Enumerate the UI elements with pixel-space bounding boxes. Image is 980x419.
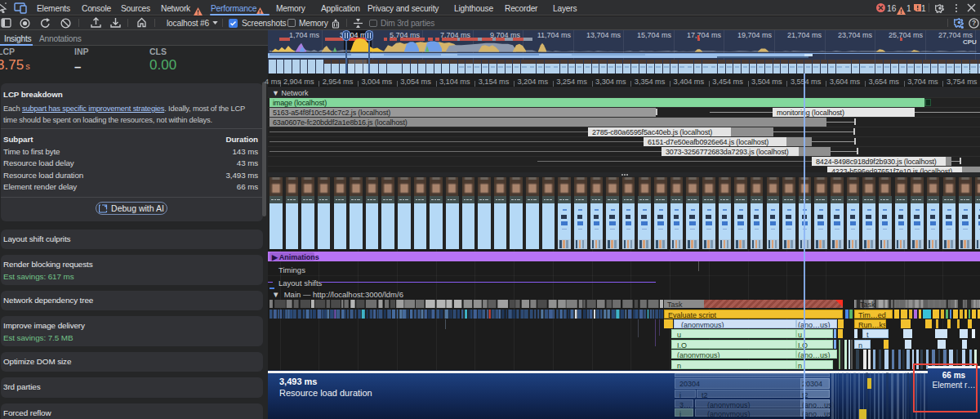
- svg-text:?: ?: [972, 19, 976, 27]
